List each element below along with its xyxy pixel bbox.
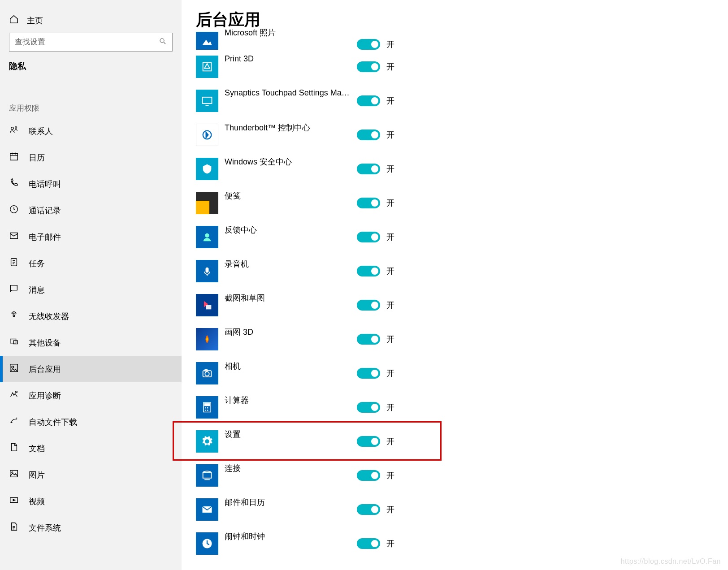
sidebar-item-icon — [9, 151, 19, 164]
sidebar-item-label: 电子邮件 — [29, 232, 61, 242]
app-toggle[interactable] — [357, 368, 380, 379]
svg-point-14 — [12, 472, 13, 473]
app-toggle[interactable] — [357, 266, 380, 276]
sidebar-item-11[interactable]: 自动文件下载 — [0, 409, 182, 435]
app-name-label: 便笺 — [225, 186, 357, 201]
app-row: Print 3D开 — [196, 50, 728, 84]
app-toggle-label: 开 — [386, 470, 394, 481]
sidebar-item-4[interactable]: 电子邮件 — [0, 224, 182, 250]
sidebar-item-10[interactable]: 应用诊断 — [0, 382, 182, 409]
app-row: Microsoft 照片开 — [196, 27, 728, 50]
app-icon — [196, 396, 218, 419]
app-icon — [196, 158, 218, 180]
app-toggle-label: 开 — [386, 61, 394, 72]
app-toggle-label: 开 — [386, 300, 394, 311]
svg-rect-17 — [203, 97, 212, 104]
app-toggle[interactable] — [357, 95, 380, 106]
app-row: 设置开 — [196, 424, 728, 458]
app-toggle-label: 开 — [386, 266, 394, 276]
app-icon — [196, 294, 218, 316]
sidebar-item-2[interactable]: 电话呼叫 — [0, 171, 182, 197]
sidebar-item-icon — [9, 257, 19, 269]
app-toggle[interactable] — [357, 300, 380, 311]
app-toggle-label: 开 — [386, 368, 394, 379]
sidebar-item-7[interactable]: 无线收发器 — [0, 303, 182, 329]
app-icon — [196, 260, 218, 282]
svg-rect-26 — [204, 404, 210, 406]
sidebar-item-icon — [9, 522, 19, 534]
home-icon — [9, 14, 19, 26]
sidebar-item-label: 文档 — [29, 443, 45, 454]
app-toggle[interactable] — [357, 232, 380, 242]
search-input[interactable] — [15, 38, 159, 47]
sidebar-item-8[interactable]: 其他设备 — [0, 329, 182, 356]
app-icon — [196, 362, 218, 384]
app-row: 便笺开 — [196, 186, 728, 220]
svg-point-2 — [15, 127, 17, 129]
sidebar-item-label: 联系人 — [29, 126, 53, 137]
app-icon — [196, 192, 218, 214]
app-toggle-label: 开 — [386, 402, 394, 413]
watermark: https://blog.csdn.net/LvO.Fan — [620, 557, 721, 566]
app-name-label: 连接 — [225, 458, 357, 474]
app-icon — [196, 328, 218, 350]
search-input-wrap[interactable] — [9, 33, 173, 52]
app-icon — [196, 430, 218, 453]
app-icon — [196, 498, 218, 521]
app-toggle[interactable] — [357, 198, 380, 208]
app-toggle[interactable] — [357, 164, 380, 174]
app-toggle[interactable] — [357, 61, 380, 72]
app-row: 相机开 — [196, 356, 728, 390]
sidebar-item-0[interactable]: 联系人 — [0, 118, 182, 144]
sidebar-item-13[interactable]: 图片 — [0, 462, 182, 488]
sidebar-item-14[interactable]: 视频 — [0, 488, 182, 514]
svg-point-11 — [12, 366, 14, 368]
app-name-label: Windows 安全中心 — [225, 152, 357, 167]
sidebar-nav-list: 联系人日历电话呼叫通话记录电子邮件任务消息无线收发器其他设备后台应用应用诊断自动… — [0, 118, 182, 541]
app-toggle-label: 开 — [386, 504, 394, 515]
sidebar: 主页 隐私 应用权限 联系人日历电话呼叫通话记录电子邮件任务消息无线收发器其他设… — [0, 0, 182, 570]
svg-rect-3 — [10, 154, 18, 160]
svg-rect-8 — [10, 339, 16, 343]
app-name-label: 计算器 — [225, 390, 357, 406]
app-name-label: 相机 — [225, 356, 357, 371]
app-toggle-label: 开 — [386, 436, 394, 447]
sidebar-item-label: 无线收发器 — [29, 311, 69, 322]
app-name-label: 截图和草图 — [225, 288, 357, 303]
svg-point-23 — [205, 372, 209, 376]
svg-point-19 — [205, 233, 209, 238]
sidebar-item-icon — [9, 284, 19, 296]
app-row: 录音机开 — [196, 254, 728, 288]
sidebar-item-9[interactable]: 后台应用 — [0, 356, 182, 382]
sidebar-item-label: 其他设备 — [29, 337, 61, 348]
sidebar-item-3[interactable]: 通话记录 — [0, 197, 182, 224]
app-name-label: 设置 — [225, 424, 357, 440]
sidebar-item-icon — [9, 495, 19, 507]
sidebar-item-label: 任务 — [29, 258, 45, 269]
app-icon — [196, 124, 218, 146]
app-toggle[interactable] — [357, 130, 380, 140]
app-toggle[interactable] — [357, 470, 380, 481]
svg-point-0 — [160, 39, 164, 43]
app-toggle[interactable] — [357, 436, 380, 447]
sidebar-item-icon — [9, 416, 19, 428]
sidebar-item-label: 图片 — [29, 470, 45, 480]
app-toggle-label: 开 — [386, 95, 394, 106]
svg-rect-9 — [13, 341, 17, 344]
sidebar-item-12[interactable]: 文档 — [0, 435, 182, 462]
app-toggle[interactable] — [357, 334, 380, 345]
sidebar-item-5[interactable]: 任务 — [0, 250, 182, 276]
app-toggle[interactable] — [357, 39, 380, 50]
sidebar-item-label: 文件系统 — [29, 522, 61, 533]
app-toggle-label: 开 — [386, 334, 394, 345]
sidebar-item-6[interactable]: 消息 — [0, 276, 182, 303]
app-toggle[interactable] — [357, 504, 380, 515]
app-name-label: 录音机 — [225, 254, 357, 269]
app-toggle[interactable] — [357, 402, 380, 413]
app-toggle[interactable] — [357, 538, 380, 549]
app-toggle-label: 开 — [386, 232, 394, 242]
nav-home[interactable]: 主页 — [0, 12, 182, 33]
sidebar-item-1[interactable]: 日历 — [0, 144, 182, 171]
sidebar-item-15[interactable]: 文件系统 — [0, 514, 182, 541]
app-row: Thunderbolt™ 控制中心开 — [196, 118, 728, 152]
